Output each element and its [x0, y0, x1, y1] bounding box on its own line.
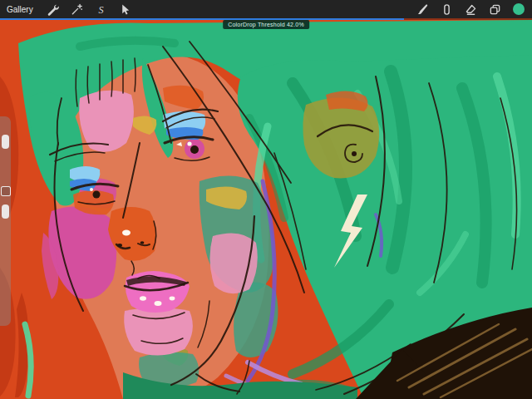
toolbar-right-group — [416, 2, 525, 16]
colordrop-threshold-line — [0, 18, 404, 20]
procreate-window: ColorDrop Threshold 42.0% Gallery — [0, 0, 532, 399]
canvas[interactable] — [0, 18, 532, 399]
selection-s-icon[interactable]: S — [95, 2, 108, 16]
transform-arrow-icon[interactable] — [119, 2, 132, 16]
color-swatch[interactable] — [512, 2, 525, 16]
brush-sidebar — [0, 116, 11, 326]
colordrop-threshold-badge: ColorDrop Threshold 42.0% — [223, 20, 309, 29]
wrench-icon[interactable] — [47, 2, 60, 16]
modify-button[interactable] — [1, 186, 11, 196]
painting — [0, 18, 532, 399]
smudge-icon[interactable] — [440, 2, 453, 16]
brush-size-slider[interactable] — [2, 135, 9, 149]
svg-text:S: S — [99, 3, 104, 15]
opacity-slider[interactable] — [2, 204, 9, 219]
layers-icon[interactable] — [488, 2, 501, 16]
toolbar-left-group: Gallery S — [7, 2, 132, 16]
magic-wand-icon[interactable] — [71, 2, 84, 16]
brush-icon[interactable] — [416, 2, 429, 16]
top-toolbar: Gallery S — [0, 0, 532, 18]
eraser-icon[interactable] — [464, 2, 477, 16]
gallery-button[interactable]: Gallery — [7, 5, 33, 14]
